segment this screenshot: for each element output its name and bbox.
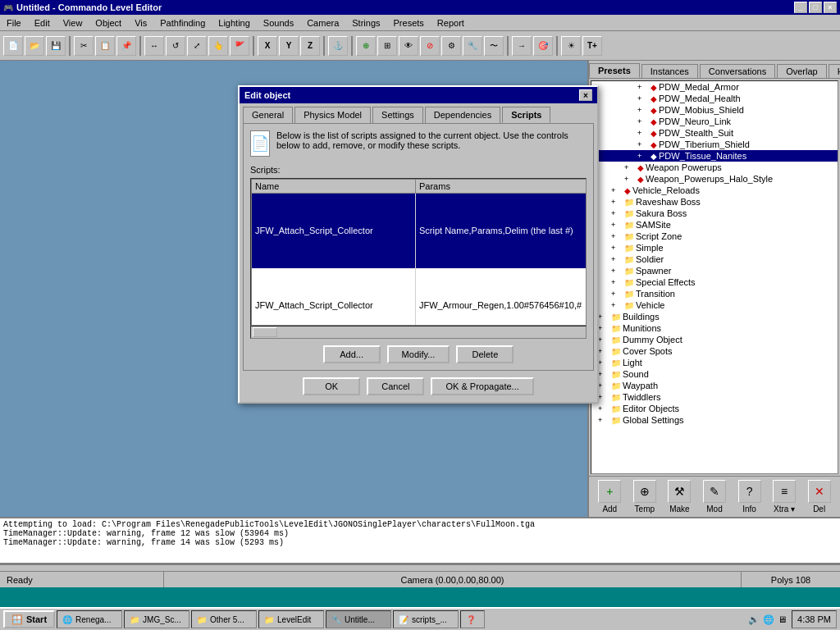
start-button[interactable]: 🪟 Start	[3, 610, 55, 628]
panel-info-button[interactable]: ? Info	[735, 480, 764, 514]
expand-icon[interactable]: +	[637, 94, 651, 103]
tab-overlap[interactable]: Overlap	[777, 64, 827, 78]
expand-icon[interactable]: +	[598, 358, 611, 367]
panel-make-button[interactable]: ⚒ Make	[665, 480, 694, 514]
tree-item-soldier[interactable]: +📁Soldier	[591, 253, 838, 265]
expand-icon[interactable]: +	[611, 301, 624, 309]
tree-item-pdw-tiberium[interactable]: +◆PDW_Tiberium_Shield	[591, 139, 838, 150]
toolbar-sun[interactable]: ☀	[561, 36, 581, 56]
expand-icon[interactable]: +	[598, 313, 611, 321]
expand-icon[interactable]: +	[611, 244, 624, 252]
expand-icon[interactable]: +	[611, 221, 624, 229]
expand-icon[interactable]: +	[598, 416, 611, 424]
tab-general[interactable]: General	[243, 107, 293, 123]
maximize-button[interactable]: □	[809, 2, 822, 13]
tab-conversations[interactable]: Conversations	[700, 64, 775, 78]
expand-icon[interactable]: +	[611, 267, 624, 275]
menu-view[interactable]: View	[57, 16, 89, 30]
tree-item-global-settings[interactable]: +📁Global Settings	[591, 414, 838, 426]
tree-item-light[interactable]: +📁Light	[591, 357, 838, 368]
minimize-button[interactable]: _	[794, 2, 807, 13]
expand-icon[interactable]: +	[611, 290, 624, 298]
taskbar-jmg[interactable]: 📁 JMG_Sc...	[124, 610, 189, 628]
tree-item-weapon-powerups[interactable]: +◆Weapon Powerups	[591, 162, 838, 173]
taskbar-leveledit[interactable]: 📁 LevelEdit	[258, 610, 324, 628]
tree-view[interactable]: +◆PDW_Medal_Armor +◆PDW_Medal_Health +◆P…	[591, 80, 838, 474]
toolbar-info2[interactable]: 🎯	[533, 36, 553, 56]
toolbar-arrow[interactable]: →	[512, 36, 532, 56]
taskbar-renegade[interactable]: 🌐 Renega...	[57, 610, 122, 628]
delete-button[interactable]: Delete	[456, 345, 514, 363]
tree-item-samsite[interactable]: +📁SAMSite	[591, 219, 838, 231]
tree-item-weapon-powerups-halo[interactable]: +◆Weapon_Powerups_Halo_Style	[591, 173, 838, 185]
tree-item-dummy-object[interactable]: +📁Dummy Object	[591, 334, 838, 345]
tree-item-waypath[interactable]: +📁Waypath	[591, 380, 838, 391]
tab-scripts[interactable]: Scripts	[502, 107, 550, 123]
tree-item-vehicle-reloads[interactable]: +◆Vehicle_Reloads	[591, 185, 838, 196]
toolbar-copy[interactable]: 📋	[95, 36, 115, 56]
toolbar-anchor[interactable]: ⚓	[328, 36, 348, 56]
tree-item-pdw-stealth[interactable]: +◆PDW_Stealth_Suit	[591, 127, 838, 139]
tab-heightfield[interactable]: Heightfield	[829, 64, 840, 78]
log-scrollbar[interactable]	[0, 564, 840, 571]
panel-mod-button[interactable]: ✎ Mod	[700, 480, 728, 514]
toolbar-settings[interactable]: ⚙	[441, 36, 461, 56]
toolbar-save[interactable]: 💾	[46, 36, 66, 56]
menu-file[interactable]: File	[0, 16, 28, 30]
tree-item-raveshaw[interactable]: +📁Raveshaw Boss	[591, 196, 838, 208]
menu-sounds[interactable]: Sounds	[257, 16, 300, 30]
expand-icon[interactable]: +	[611, 198, 624, 206]
tree-item-cover-spots[interactable]: +📁Cover Spots	[591, 345, 838, 357]
toolbar-no[interactable]: ⊘	[420, 36, 440, 56]
menu-camera[interactable]: Camera	[300, 16, 345, 30]
tree-item-pdw-tissue[interactable]: +◆PDW_Tissue_Nanites	[591, 150, 838, 162]
toolbar-text[interactable]: T+	[582, 36, 602, 56]
menu-strings[interactable]: Strings	[345, 16, 386, 30]
menu-object[interactable]: Object	[89, 16, 128, 30]
menu-vis[interactable]: Vis	[128, 16, 153, 30]
expand-icon[interactable]: +	[624, 175, 637, 183]
toolbar-eye[interactable]: 👁	[399, 36, 418, 56]
tree-item-munitions[interactable]: +📁Munitions	[591, 322, 838, 334]
expand-icon[interactable]: +	[637, 152, 651, 160]
panel-temp-button[interactable]: ⊕ Temp	[630, 480, 659, 514]
tab-settings[interactable]: Settings	[372, 107, 423, 123]
expand-icon[interactable]: +	[637, 83, 651, 91]
expand-icon[interactable]: +	[611, 209, 624, 217]
panel-del-button[interactable]: ✕ Del	[805, 480, 833, 514]
expand-icon[interactable]: +	[611, 232, 624, 240]
add-button[interactable]: Add...	[323, 345, 381, 363]
toolbar-open[interactable]: 📂	[25, 36, 44, 56]
scripts-table-wrapper[interactable]: Name Params JFW_Attach_Script_Collector …	[250, 178, 587, 326]
tree-item-pdw-medal-health[interactable]: +◆PDW_Medal_Health	[591, 93, 838, 104]
taskbar-other[interactable]: 📁 Other 5...	[191, 610, 257, 628]
tree-item-transition[interactable]: +📁Transition	[591, 288, 838, 299]
expand-icon[interactable]: +	[598, 347, 611, 355]
expand-icon[interactable]: +	[598, 393, 611, 401]
menu-report[interactable]: Report	[431, 16, 471, 30]
tree-item-editor-objects[interactable]: +📁Editor Objects	[591, 403, 838, 414]
panel-xtra-button[interactable]: ≡ Xtra ▾	[770, 480, 799, 514]
expand-icon[interactable]: +	[637, 129, 651, 137]
close-button[interactable]: ×	[824, 2, 837, 13]
expand-icon[interactable]: +	[624, 163, 637, 171]
tree-item-pdw-medal-armor[interactable]: +◆PDW_Medal_Armor	[591, 81, 838, 93]
tree-item-script-zone[interactable]: +📁Script Zone	[591, 231, 838, 242]
menu-presets[interactable]: Presets	[387, 16, 431, 30]
panel-add-button[interactable]: + Add	[596, 480, 624, 514]
toolbar-scale[interactable]: ⤢	[187, 36, 207, 56]
toolbar-x[interactable]: X	[258, 36, 277, 56]
tree-item-sound[interactable]: +📁Sound	[591, 368, 838, 380]
expand-icon[interactable]: +	[598, 324, 611, 332]
menu-edit[interactable]: Edit	[28, 16, 57, 30]
horizontal-scrollbar[interactable]	[250, 326, 587, 339]
toolbar-tool1[interactable]: 🔧	[463, 36, 482, 56]
tab-physics-model[interactable]: Physics Model	[294, 107, 371, 123]
menu-pathfinding[interactable]: Pathfinding	[153, 16, 212, 30]
toolbar-move[interactable]: ↔	[144, 36, 164, 56]
tab-dependencies[interactable]: Dependencies	[425, 107, 500, 123]
tab-presets[interactable]: Presets	[589, 63, 640, 78]
tree-item-twiddlers[interactable]: +📁Twiddlers	[591, 391, 838, 403]
expand-icon[interactable]: +	[611, 186, 624, 194]
toolbar-grid[interactable]: ⊞	[377, 36, 397, 56]
